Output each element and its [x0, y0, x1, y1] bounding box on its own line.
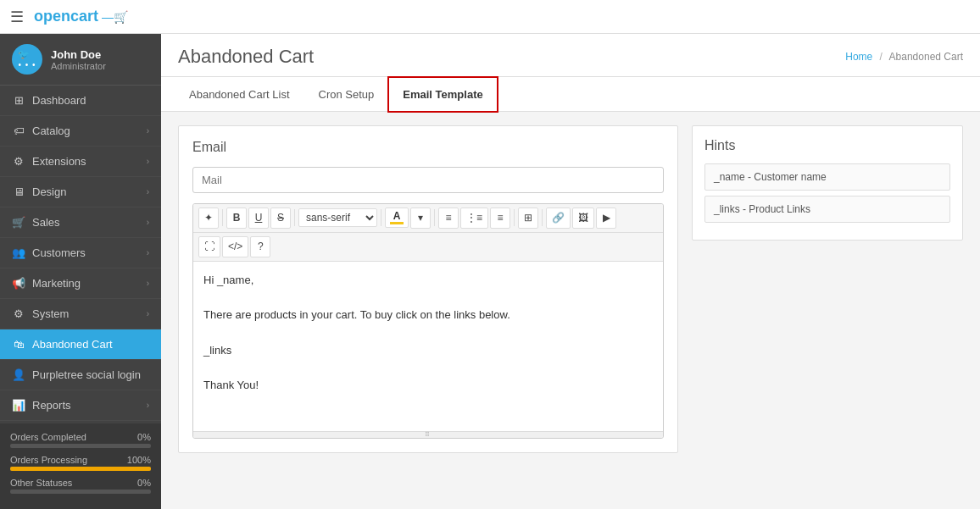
editor-line: Thank You!	[203, 377, 653, 395]
sidebar-label-extensions: Extensions	[32, 155, 86, 168]
editor-toolbar-row1: ✦ B U S sans-serif serif monospace	[193, 204, 663, 233]
sidebar-label-purpletree: Purpletree social login	[32, 368, 141, 381]
color-bar	[390, 222, 404, 224]
sidebar-item-left-dashboard: ⊞ Dashboard	[12, 94, 86, 107]
cart-logo-icon: —🛒	[102, 10, 128, 24]
layout: 🐦 • • • John Doe Administrator ⊞ Dashboa…	[0, 34, 980, 509]
sidebar-label-system: System	[32, 307, 69, 320]
sidebar-icon-reports: 📊	[12, 399, 25, 412]
sidebar-item-reports[interactable]: 📊 Reports ›	[0, 390, 161, 421]
editor-body[interactable]: Hi _name, There are products in your car…	[193, 262, 663, 431]
stat-label: Orders Completed	[10, 432, 86, 442]
hints-box: Hints _name - Customer name_links - Prod…	[692, 125, 963, 241]
stat-label: Orders Processing	[10, 455, 87, 465]
sidebar-label-design: Design	[32, 185, 66, 198]
email-subject-input[interactable]: Mail	[192, 167, 664, 193]
sidebar-label-reports: Reports	[32, 399, 71, 412]
menu-icon[interactable]: ☰	[10, 8, 24, 26]
color-arrow-button[interactable]: ▾	[410, 207, 431, 229]
sidebar-icon-sales: 🛒	[12, 216, 25, 229]
stat-value: 0%	[137, 432, 151, 442]
breadcrumb-sep: /	[880, 51, 883, 63]
sidebar-item-catalog[interactable]: 🏷 Catalog ›	[0, 116, 161, 147]
arrow-icon-catalog: ›	[147, 126, 149, 136]
tab-email[interactable]: Email Template	[388, 77, 497, 112]
sidebar-item-left-sales: 🛒 Sales	[12, 216, 60, 229]
editor-line: _links	[203, 342, 653, 360]
toolbar-divider-2	[294, 209, 295, 226]
unordered-list-button[interactable]: ≡	[438, 207, 459, 229]
fullscreen-button[interactable]: ⛶	[198, 236, 220, 257]
editor-resize-handle[interactable]: ⠿	[193, 431, 663, 438]
sidebar-icon-system: ⚙	[12, 307, 25, 320]
tab-list[interactable]: Abandoned Cart List	[175, 77, 304, 112]
sidebar-item-left-extensions: ⚙ Extensions	[12, 155, 86, 168]
editor-line: Hi _name,	[203, 272, 653, 290]
sidebar-nav: ⊞ Dashboard 🏷 Catalog › ⚙ Extensions › 🖥…	[0, 86, 161, 423]
sidebar-icon-marketing: 📢	[12, 277, 25, 290]
image-button[interactable]: 🖼	[572, 207, 594, 229]
bold-button[interactable]: B	[226, 207, 247, 229]
strikethrough-button[interactable]: S	[270, 207, 291, 229]
source-button[interactable]: </>	[222, 236, 248, 257]
sidebar-label-sales: Sales	[32, 216, 60, 229]
sidebar-icon-purpletree: 👤	[12, 368, 25, 381]
help-button[interactable]: ?	[250, 236, 270, 257]
media-button[interactable]: ▶	[596, 207, 616, 229]
font-color-button[interactable]: A	[385, 207, 409, 228]
stat-bar-bg	[10, 490, 151, 494]
sidebar-item-system[interactable]: ⚙ System ›	[0, 299, 161, 329]
sidebar-item-left-marketing: 📢 Marketing	[12, 277, 81, 290]
resize-dots-icon: ⠿	[425, 431, 432, 439]
sidebar-icon-dashboard: ⊞	[12, 94, 25, 107]
sidebar-icon-abandoned-cart: 🛍	[12, 338, 25, 351]
sidebar-label-customers: Customers	[32, 246, 86, 259]
sidebar-item-dashboard[interactable]: ⊞ Dashboard	[0, 86, 161, 116]
sidebar-item-extensions[interactable]: ⚙ Extensions ›	[0, 147, 161, 177]
avatar-dots: • • •	[18, 60, 36, 69]
editor-line: There are products in your cart. To buy …	[203, 307, 653, 324]
hints-title: Hints	[704, 138, 950, 153]
ordered-list-button[interactable]: ⋮≡	[460, 207, 488, 229]
sidebar-item-sales[interactable]: 🛒 Sales ›	[0, 207, 161, 238]
sidebar-item-abandoned-cart[interactable]: 🛍 Abandoned Cart	[0, 329, 161, 360]
main-content: Abandoned Cart Home / Abandoned Cart Aba…	[161, 34, 980, 509]
sidebar-icon-catalog: 🏷	[12, 124, 25, 137]
avatar: 🐦 • • •	[12, 44, 42, 75]
sidebar-item-marketing[interactable]: 📢 Marketing ›	[0, 268, 161, 299]
link-button[interactable]: 🔗	[546, 207, 571, 229]
logo: opencart —🛒	[34, 8, 128, 25]
sidebar-label-dashboard: Dashboard	[32, 94, 86, 107]
table-button[interactable]: ⊞	[518, 207, 538, 229]
sidebar-item-purpletree[interactable]: 👤 Purpletree social login	[0, 360, 161, 390]
sidebar-item-design[interactable]: 🖥 Design ›	[0, 177, 161, 207]
stat-value: 100%	[127, 455, 151, 465]
stat-row: Orders Completed 0%	[10, 432, 151, 448]
align-button[interactable]: ≡	[490, 207, 510, 229]
underline-button[interactable]: U	[248, 207, 269, 229]
editor-container: ✦ B U S sans-serif serif monospace	[192, 203, 664, 439]
arrow-icon-design: ›	[147, 187, 149, 196]
logo-text: opencart	[34, 8, 98, 25]
editor-line	[203, 324, 653, 342]
magic-button[interactable]: ✦	[198, 207, 219, 229]
avatar-initials: 🐦	[18, 49, 36, 60]
arrow-icon-system: ›	[147, 309, 149, 318]
arrow-icon-sales: ›	[147, 218, 149, 227]
breadcrumb: Home / Abandoned Cart	[845, 51, 963, 63]
toolbar-divider-1	[222, 209, 223, 226]
tab-cron[interactable]: Cron Setup	[304, 77, 389, 112]
sidebar-item-customers[interactable]: 👥 Customers ›	[0, 238, 161, 268]
sidebar-label-abandoned-cart: Abandoned Cart	[32, 338, 113, 351]
sidebar-label-marketing: Marketing	[32, 277, 81, 290]
tabs-bar: Abandoned Cart ListCron SetupEmail Templ…	[161, 77, 980, 112]
stat-row: Other Statuses 0%	[10, 478, 151, 494]
color-letter: A	[393, 211, 401, 221]
stat-label-row: Orders Completed 0%	[10, 432, 151, 442]
font-family-select[interactable]: sans-serif serif monospace	[298, 208, 377, 227]
toolbar-divider-6	[542, 209, 543, 226]
breadcrumb-home[interactable]: Home	[845, 51, 872, 63]
arrow-icon-marketing: ›	[147, 279, 149, 288]
arrow-icon-extensions: ›	[147, 157, 149, 166]
sidebar-item-left-reports: 📊 Reports	[12, 399, 71, 412]
